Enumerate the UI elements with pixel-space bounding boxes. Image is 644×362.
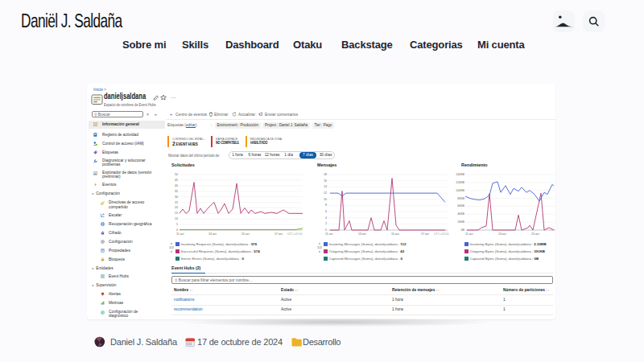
svg-text:17 oct: 17 oct: [275, 232, 283, 236]
svg-text:11 oct: 11 oct: [176, 232, 184, 236]
svg-text:10: 10: [175, 217, 178, 220]
svg-text:16: 16: [324, 179, 327, 183]
svg-text:10: 10: [324, 198, 327, 201]
svg-text:11 oct: 11 oct: [325, 232, 333, 236]
svg-text:13 oct: 13 oct: [498, 232, 506, 236]
svg-text:50: 50: [175, 173, 178, 176]
svg-text:40: 40: [175, 184, 178, 187]
svg-text:5: 5: [176, 223, 178, 226]
svg-text:17 de octubre de 2024: 17 de octubre de 2024: [197, 337, 283, 347]
svg-text:25: 25: [175, 201, 178, 204]
svg-text:Desarrollo: Desarrollo: [303, 337, 341, 347]
svg-text:60KB: 60KB: [457, 204, 464, 208]
svg-text:20KB: 20KB: [457, 220, 464, 224]
svg-text:18: 18: [324, 173, 327, 176]
svg-text:Daniel J. Saldaña: Daniel J. Saldaña: [110, 337, 178, 347]
svg-text:8: 8: [325, 204, 327, 207]
svg-text:17 oct: 17 oct: [421, 232, 429, 236]
svg-text:80KB: 80KB: [457, 197, 464, 200]
svg-text:4: 4: [325, 216, 327, 220]
svg-text:UTC+02:00: UTC+02:00: [287, 232, 302, 236]
svg-text:45: 45: [175, 179, 178, 182]
svg-text:20: 20: [175, 206, 178, 209]
svg-text:30: 30: [175, 195, 178, 199]
svg-text:⋯: ⋯: [171, 95, 175, 100]
svg-text:15 oct: 15 oct: [242, 232, 250, 236]
svg-text:100KB: 100KB: [456, 189, 464, 192]
svg-text:15 oct: 15 oct: [531, 232, 539, 236]
svg-text:UTC+02:00: UTC+02:00: [434, 232, 448, 236]
svg-text:11 oct: 11 oct: [465, 232, 473, 236]
svg-text:0: 0: [325, 228, 327, 232]
svg-text:12: 12: [324, 191, 327, 195]
svg-text:0: 0: [176, 228, 178, 232]
svg-text:140KB: 140KB: [456, 173, 464, 176]
svg-text:Daniël J. Saldaña: Daniël J. Saldaña: [21, 10, 123, 31]
svg-text:40KB: 40KB: [457, 212, 464, 216]
svg-text:0B: 0B: [461, 228, 465, 232]
svg-text:35: 35: [175, 190, 178, 193]
svg-text:13 oct: 13 oct: [358, 232, 366, 236]
svg-text:6: 6: [325, 210, 327, 213]
svg-text:15 oct: 15 oct: [391, 232, 399, 236]
svg-text:15: 15: [175, 212, 178, 215]
svg-text:14: 14: [324, 185, 327, 188]
svg-text:2: 2: [325, 222, 327, 225]
svg-text:120KB: 120KB: [456, 181, 464, 184]
svg-text:13 oct: 13 oct: [208, 232, 217, 236]
